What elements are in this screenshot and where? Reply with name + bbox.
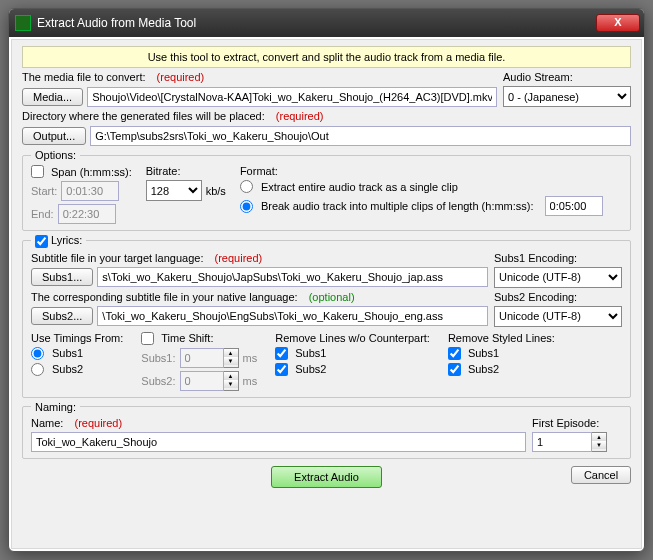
timings-label: Use Timings From: [31,332,123,344]
format-split-label: Break audio track into multiple clips of… [261,200,534,212]
span-checkbox[interactable] [31,165,44,178]
lyrics-legend: Lyrics: [51,234,82,246]
timeshift-subs1-input [180,348,224,368]
subs2-label: The corresponding subtitle file in your … [31,291,298,303]
output-button[interactable]: Output... [22,127,86,145]
options-legend: Options: [31,149,80,161]
media-path-input[interactable] [87,87,497,107]
name-input[interactable] [31,432,526,452]
styled-subs2-checkbox[interactable] [448,363,461,376]
subs2-encoding-label: Subs2 Encoding: [494,291,622,303]
media-required: (required) [157,71,205,83]
subs2-encoding-select[interactable]: Unicode (UTF-8) [494,306,622,327]
subs1-encoding-select[interactable]: Unicode (UTF-8) [494,267,622,288]
format-split-radio[interactable] [240,200,253,213]
cancel-button[interactable]: Cancel [571,466,631,484]
up-icon: ▲ [224,372,238,380]
clip-length-input[interactable] [545,196,603,216]
episode-input[interactable] [532,432,592,452]
timeshift-subs2-input [180,371,224,391]
lyrics-checkbox[interactable] [35,235,48,248]
bitrate-label: Bitrate: [146,165,226,177]
naming-group: Naming: Name: (required) First Episode: … [22,401,631,459]
window-title: Extract Audio from Media Tool [37,16,590,30]
output-path-input[interactable] [90,126,631,146]
timeshift-checkbox[interactable] [141,332,154,345]
span-start-label: Start: [31,185,57,197]
format-single-label: Extract entire audio track as a single c… [261,181,458,193]
naming-legend: Naming: [31,401,80,413]
bitrate-unit: kb/s [206,185,226,197]
name-label: Name: [31,417,63,429]
timings-subs1-radio[interactable] [31,347,44,360]
subs1-encoding-label: Subs1 Encoding: [494,252,622,264]
span-label: Span (h:mm:ss): [51,166,132,178]
subs1-path-input[interactable] [97,267,488,287]
styled-label: Remove Styled Lines: [448,332,555,344]
subs1-label: Subtitle file in your target language: [31,252,203,264]
audio-stream-select[interactable]: 0 - (Japanese) [503,86,631,107]
up-icon[interactable]: ▲ [592,433,606,441]
up-icon: ▲ [224,349,238,357]
lyrics-group: Lyrics: Subtitle file in your target lan… [22,234,631,398]
subs1-button[interactable]: Subs1... [31,268,93,286]
audio-stream-label: Audio Stream: [503,71,631,83]
output-required: (required) [276,110,324,122]
timeshift-label: Time Shift: [161,332,213,344]
down-icon: ▼ [224,380,238,388]
span-end-label: End: [31,208,54,220]
styled-subs1-checkbox[interactable] [448,347,461,360]
remove-subs2-checkbox[interactable] [275,363,288,376]
episode-label: First Episode: [532,417,622,429]
down-icon: ▼ [224,357,238,365]
titlebar: Extract Audio from Media Tool X [9,9,644,37]
subs2-path-input[interactable] [97,306,488,326]
extract-audio-button[interactable]: Extract Audio [271,466,382,488]
remove-label: Remove Lines w/o Counterpart: [275,332,430,344]
span-end-input [58,204,116,224]
options-group: Options: Span (h:mm:ss): Start: End: Bit… [22,149,631,231]
close-button[interactable]: X [596,14,640,32]
name-required: (required) [74,417,122,429]
info-banner: Use this tool to extract, convert and sp… [22,46,631,68]
span-start-input [61,181,119,201]
remove-subs1-checkbox[interactable] [275,347,288,360]
format-single-radio[interactable] [240,180,253,193]
media-label: The media file to convert: [22,71,146,83]
format-label: Format: [240,165,603,177]
subs2-optional: (optional) [309,291,355,303]
down-icon[interactable]: ▼ [592,441,606,449]
output-label: Directory where the generated files will… [22,110,265,122]
bitrate-select[interactable]: 128 [146,180,202,201]
subs2-button[interactable]: Subs2... [31,307,93,325]
media-button[interactable]: Media... [22,88,83,106]
window: Extract Audio from Media Tool X Use this… [8,8,645,552]
timings-subs2-radio[interactable] [31,363,44,376]
subs1-required: (required) [215,252,263,264]
client-area: Use this tool to extract, convert and sp… [11,39,642,549]
app-icon [15,15,31,31]
